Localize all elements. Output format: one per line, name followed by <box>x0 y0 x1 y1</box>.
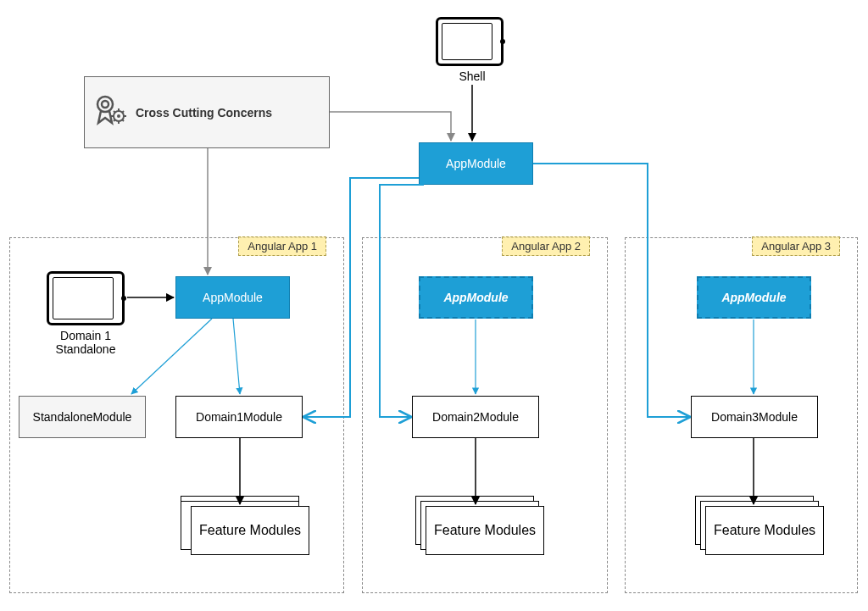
app3-feature-modules-label: Feature Modules <box>714 523 815 538</box>
app1-appmodule-label: AppModule <box>203 291 263 304</box>
shell-appmodule-box: AppModule <box>419 142 533 185</box>
svg-line-9 <box>114 111 115 113</box>
app3-appmodule-label: AppModule <box>721 291 786 304</box>
app1-feature-modules-label: Feature Modules <box>199 523 301 538</box>
app1-appmodule-box: AppModule <box>175 276 290 319</box>
diagram-canvas: Shell Cross Cutting Concerns AppModule <box>0 0 868 611</box>
shell-label: Shell <box>453 69 492 83</box>
standalone-module-label: StandaloneModule <box>33 410 132 424</box>
domain3-module-label: Domain3Module <box>711 410 798 424</box>
angular-app-3-label: Angular App 3 <box>752 236 840 256</box>
app2-feature-modules-stack: Feature Modules <box>415 496 542 555</box>
svg-point-1 <box>102 101 108 108</box>
shell-appmodule-label: AppModule <box>446 157 506 170</box>
app2-appmodule-label: AppModule <box>443 291 508 304</box>
domain1-standalone-device-icon <box>47 271 125 325</box>
svg-line-8 <box>122 119 124 121</box>
standalone-module-box: StandaloneModule <box>19 396 146 438</box>
domain2-module-box: Domain2Module <box>412 396 539 438</box>
ribbon-gear-icon <box>93 92 136 133</box>
domain3-module-box: Domain3Module <box>691 396 818 438</box>
cross-cutting-concerns-label: Cross Cutting Concerns <box>136 106 272 119</box>
domain2-module-label: Domain2Module <box>432 410 519 424</box>
svg-line-11 <box>122 111 124 113</box>
svg-line-10 <box>114 119 115 121</box>
shell-device-icon <box>436 17 504 66</box>
svg-point-0 <box>97 97 113 112</box>
domain1-module-label: Domain1Module <box>196 410 282 424</box>
angular-app-1-label: Angular App 1 <box>238 236 326 256</box>
app1-feature-modules-stack: Feature Modules <box>181 496 308 555</box>
svg-point-3 <box>117 114 120 118</box>
domain1-standalone-label: Domain 1 Standalone <box>48 329 123 356</box>
app3-feature-modules-stack: Feature Modules <box>695 496 822 555</box>
app2-appmodule-box: AppModule <box>419 276 533 319</box>
angular-app-2-label: Angular App 2 <box>502 236 590 256</box>
cross-cutting-concerns-box: Cross Cutting Concerns <box>84 76 330 148</box>
domain1-module-box: Domain1Module <box>175 396 303 438</box>
app3-appmodule-box: AppModule <box>697 276 811 319</box>
app2-feature-modules-label: Feature Modules <box>434 523 536 538</box>
